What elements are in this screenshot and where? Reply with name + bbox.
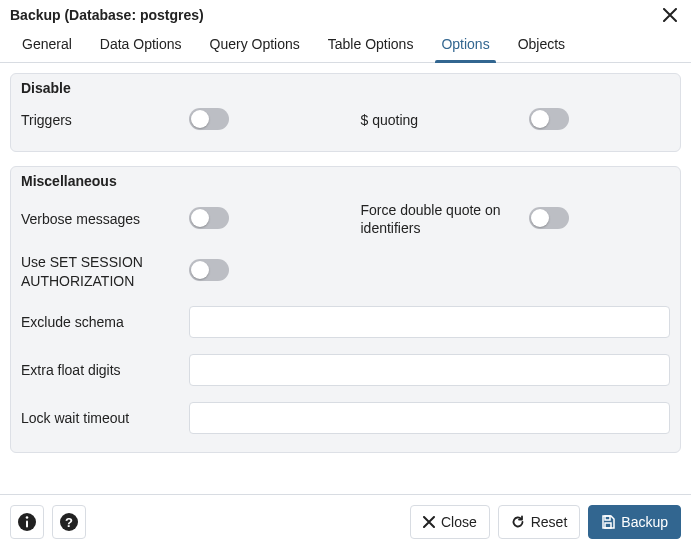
field-exclude-schema: Exclude schema [11, 298, 680, 346]
set-session-auth-toggle[interactable] [189, 259, 229, 281]
backup-dialog: Backup (Database: postgres) General Data… [0, 0, 691, 549]
exclude-schema-input[interactable] [189, 306, 670, 338]
field-set-session-auth: Use SET SESSION AUTHORIZATION [11, 245, 341, 297]
help-button[interactable]: ? [52, 505, 86, 539]
titlebar: Backup (Database: postgres) [0, 0, 691, 28]
x-icon [423, 516, 435, 528]
field-lock-wait-timeout: Lock wait timeout [11, 394, 680, 442]
tab-general[interactable]: General [8, 28, 86, 62]
svg-rect-5 [605, 516, 610, 520]
svg-text:?: ? [65, 515, 73, 530]
section-title: Miscellaneous [11, 167, 680, 193]
dollar-quoting-toggle[interactable] [529, 108, 569, 130]
help-icon: ? [59, 512, 79, 532]
button-label: Close [441, 514, 477, 530]
field-force-double-quote: Force double quote on identifiers [351, 193, 681, 245]
close-button[interactable]: Close [410, 505, 490, 539]
field-label: Extra float digits [21, 362, 179, 378]
tab-options[interactable]: Options [427, 28, 503, 62]
two-col: Triggers $ quoting [11, 100, 680, 141]
tab-label: Table Options [328, 36, 414, 52]
tab-table-options[interactable]: Table Options [314, 28, 428, 62]
field-label: Use SET SESSION AUTHORIZATION [21, 253, 179, 289]
field-triggers: Triggers [11, 100, 341, 141]
tab-query-options[interactable]: Query Options [196, 28, 314, 62]
reset-button[interactable]: Reset [498, 505, 581, 539]
tab-objects[interactable]: Objects [504, 28, 579, 62]
field-verbose: Verbose messages [11, 193, 341, 245]
two-col: Verbose messages Force double quote on i… [11, 193, 680, 298]
field-label: Verbose messages [21, 210, 179, 228]
field-label: Exclude schema [21, 314, 179, 330]
force-double-quote-toggle[interactable] [529, 207, 569, 229]
close-icon[interactable] [659, 6, 681, 24]
extra-float-digits-input[interactable] [189, 354, 670, 386]
backup-button[interactable]: Backup [588, 505, 681, 539]
save-icon [601, 515, 615, 529]
section-miscellaneous: Miscellaneous Verbose messages Force dou… [10, 166, 681, 453]
tab-label: Objects [518, 36, 565, 52]
reset-icon [511, 515, 525, 529]
tabbar: General Data Options Query Options Table… [0, 28, 691, 63]
field-label: Lock wait timeout [21, 410, 179, 426]
tab-label: General [22, 36, 72, 52]
field-label: Triggers [21, 111, 179, 129]
field-extra-float-digits: Extra float digits [11, 346, 680, 394]
field-label: $ quoting [361, 111, 519, 129]
info-icon [17, 512, 37, 532]
field-dollar-quoting: $ quoting [351, 100, 681, 141]
dialog-footer: ? Close Reset Backup [0, 494, 691, 549]
info-button[interactable] [10, 505, 44, 539]
lock-wait-timeout-input[interactable] [189, 402, 670, 434]
tab-label: Data Options [100, 36, 182, 52]
dialog-body: Disable Triggers $ quoting Miscellaneous [0, 63, 691, 494]
section-title: Disable [11, 74, 680, 100]
tab-label: Query Options [210, 36, 300, 52]
button-label: Reset [531, 514, 568, 530]
button-label: Backup [621, 514, 668, 530]
verbose-toggle[interactable] [189, 207, 229, 229]
svg-rect-1 [26, 521, 28, 528]
dialog-title: Backup (Database: postgres) [10, 7, 204, 23]
tab-label: Options [441, 36, 489, 52]
field-label: Force double quote on identifiers [361, 201, 519, 237]
svg-point-2 [26, 516, 29, 519]
svg-rect-6 [605, 523, 611, 528]
triggers-toggle[interactable] [189, 108, 229, 130]
tab-data-options[interactable]: Data Options [86, 28, 196, 62]
section-disable: Disable Triggers $ quoting [10, 73, 681, 152]
